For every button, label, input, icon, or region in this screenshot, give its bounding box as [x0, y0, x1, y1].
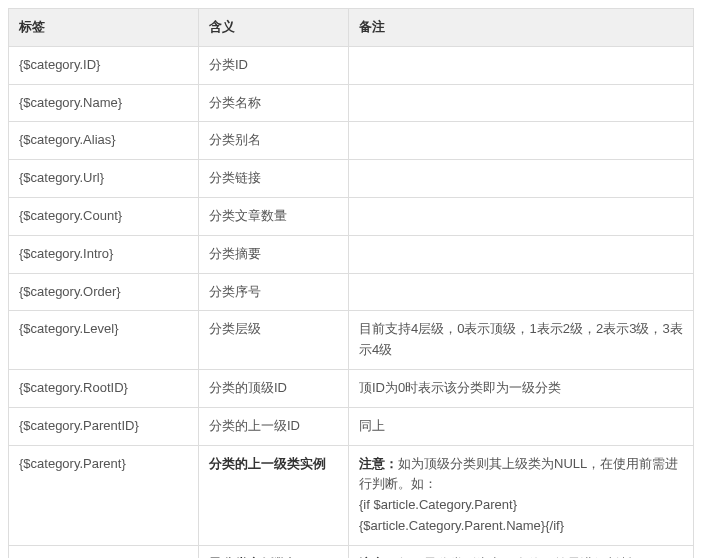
note-label: 注意： [359, 456, 398, 471]
table-row: {$category.ID}分类ID [9, 46, 694, 84]
cell-tag: {$category.ParentID} [9, 407, 199, 445]
cell-tag: {$category.Order} [9, 273, 199, 311]
note-code-line: {if $article.Category.Parent} [359, 497, 517, 512]
cell-tag: {$category.Intro} [9, 235, 199, 273]
cell-tag: {$category.RootID} [9, 369, 199, 407]
cell-note [349, 122, 694, 160]
cell-meaning: 分类层级 [199, 311, 349, 370]
cell-note [349, 273, 694, 311]
cell-note: 顶ID为0时表示该分类即为一级分类 [349, 369, 694, 407]
cell-note [349, 84, 694, 122]
table-row: {$category.Order}分类序号 [9, 273, 694, 311]
cell-tag: {$category.Alias} [9, 122, 199, 160]
table-row: {$category.Alias}分类别名 [9, 122, 694, 160]
table-row: {$category.Parent}分类的上一级类实例注意：如为顶级分类则其上级… [9, 445, 694, 545]
table-row: {$category.SubCategorys}子分类实例数组注意：如无子分类则… [9, 545, 694, 558]
cell-tag: {$category.SubCategorys} [9, 545, 199, 558]
table-row: {$category.Name}分类名称 [9, 84, 694, 122]
cell-note: 注意：如无子分类则为空，在使用前需进行判断。 [349, 545, 694, 558]
table-row: {$category.Intro}分类摘要 [9, 235, 694, 273]
cell-note [349, 46, 694, 84]
table-row: {$category.Count}分类文章数量 [9, 197, 694, 235]
table-row: {$category.Url}分类链接 [9, 160, 694, 198]
note-code-line: {$article.Category.Parent.Name}{/if} [359, 518, 564, 533]
cell-meaning: 子分类实例数组 [199, 545, 349, 558]
note-text: 如为顶级分类则其上级类为NULL，在使用前需进行判断。如： [359, 456, 678, 492]
cell-meaning: 分类序号 [199, 273, 349, 311]
cell-tag: {$category.ID} [9, 46, 199, 84]
cell-tag: {$category.Url} [9, 160, 199, 198]
table-header-row: 标签 含义 备注 [9, 9, 694, 47]
cell-meaning: 分类链接 [199, 160, 349, 198]
cell-note [349, 235, 694, 273]
cell-meaning: 分类名称 [199, 84, 349, 122]
cell-note: 注意：如为顶级分类则其上级类为NULL，在使用前需进行判断。如：{if $art… [349, 445, 694, 545]
cell-meaning: 分类ID [199, 46, 349, 84]
cell-meaning: 分类的顶级ID [199, 369, 349, 407]
cell-tag: {$category.Count} [9, 197, 199, 235]
cell-tag: {$category.Name} [9, 84, 199, 122]
header-note: 备注 [349, 9, 694, 47]
table-row: {$category.Level}分类层级目前支持4层级，0表示顶级，1表示2级… [9, 311, 694, 370]
header-tag: 标签 [9, 9, 199, 47]
cell-meaning: 分类的上一级类实例 [199, 445, 349, 545]
cell-meaning: 分类的上一级ID [199, 407, 349, 445]
cell-note [349, 160, 694, 198]
cell-meaning: 分类别名 [199, 122, 349, 160]
table-row: {$category.RootID}分类的顶级ID顶ID为0时表示该分类即为一级… [9, 369, 694, 407]
cell-tag: {$category.Parent} [9, 445, 199, 545]
table-row: {$category.ParentID}分类的上一级ID同上 [9, 407, 694, 445]
cell-note [349, 197, 694, 235]
category-tags-table: 标签 含义 备注 {$category.ID}分类ID{$category.Na… [8, 8, 694, 558]
cell-meaning: 分类摘要 [199, 235, 349, 273]
cell-note: 同上 [349, 407, 694, 445]
cell-note: 目前支持4层级，0表示顶级，1表示2级，2表示3级，3表示4级 [349, 311, 694, 370]
cell-meaning: 分类文章数量 [199, 197, 349, 235]
header-meaning: 含义 [199, 9, 349, 47]
cell-tag: {$category.Level} [9, 311, 199, 370]
